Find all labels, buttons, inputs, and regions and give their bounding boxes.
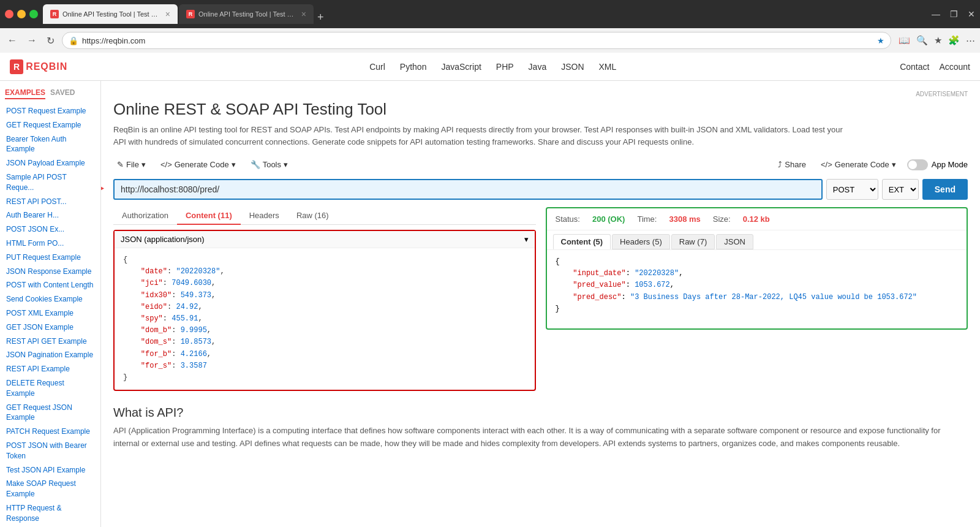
sidebar-item-2[interactable]: Bearer Token Auth Example (0, 132, 100, 157)
resp-tab-raw[interactable]: Raw (7) (671, 234, 715, 249)
sidebar-item-22[interactable]: Test JSON API Example (0, 463, 100, 477)
method-select[interactable]: POST GET PUT DELETE PATCH (826, 179, 878, 200)
tab-close-1[interactable]: × (165, 9, 170, 19)
new-tab-button[interactable]: + (317, 11, 324, 24)
ext-select[interactable]: EXT (882, 179, 919, 200)
svg-marker-0 (101, 175, 104, 202)
logo[interactable]: R REQBIN (10, 59, 67, 74)
status-bar: Status: 200 (OK) Time: 3308 ms Size: 0.1… (547, 208, 967, 230)
resp-tab-content[interactable]: Content (5) (553, 234, 611, 249)
sidebar-item-6[interactable]: Auth Bearer H... (0, 208, 100, 222)
response-tabs: Content (5) Headers (5) Raw (7) JSON (547, 230, 967, 250)
sidebar-item-10[interactable]: JSON Response Example (0, 265, 100, 279)
minimize-icon[interactable]: — (932, 9, 940, 19)
sidebar-item-20[interactable]: PATCH Request Example (0, 425, 100, 439)
search-icon[interactable]: 🔍 (916, 35, 928, 46)
close-icon[interactable]: ✕ (968, 9, 975, 19)
tools-icon: 🔧 (251, 160, 260, 169)
sidebar-item-1[interactable]: GET Request Example (0, 118, 100, 132)
sidebar-item-14[interactable]: GET JSON Example (0, 320, 100, 335)
resp-tab-headers[interactable]: Headers (5) (612, 234, 670, 249)
body-type-label: JSON (application/json) (121, 235, 205, 244)
contact-link[interactable]: Contact (900, 62, 929, 72)
file-button[interactable]: ✎ File ▾ (113, 157, 149, 172)
sidebar-item-5[interactable]: REST API POST... (0, 195, 100, 209)
forward-button[interactable]: → (24, 32, 39, 48)
nav-json[interactable]: JSON (561, 62, 584, 72)
toggle-control[interactable] (907, 159, 928, 170)
tab-headers[interactable]: Headers (241, 207, 288, 225)
sidebar-item-17[interactable]: REST API Example (0, 362, 100, 376)
reload-button[interactable]: ↻ (44, 32, 57, 49)
sidebar-item-9[interactable]: PUT Request Example (0, 251, 100, 265)
response-container: Status: 200 (OK) Time: 3308 ms Size: 0.1… (546, 207, 968, 330)
star-icon[interactable]: ★ (877, 36, 884, 45)
browser-tab-1[interactable]: R Online API Testing Tool | Test Yo... × (43, 4, 178, 24)
sidebar-item-16[interactable]: JSON Pagination Example (0, 348, 100, 362)
tab-label-1: Online API Testing Tool | Test Yo... (62, 10, 162, 18)
share-section: ⤴ Share </> Generate Code ▾ App Mode (774, 157, 968, 172)
tab-raw[interactable]: Raw (16) (288, 207, 337, 225)
sidebar-item-23[interactable]: Make SOAP Request Example (0, 477, 100, 501)
generate-code-2-button[interactable]: </> Generate Code ▾ (817, 157, 900, 172)
extensions-icon[interactable]: 🧩 (948, 35, 960, 46)
bookmark-icon[interactable]: ★ (934, 35, 942, 46)
url-row: POST GET PUT DELETE PATCH EXT Send (113, 179, 968, 200)
sidebar-item-24[interactable]: HTTP Request & Response (0, 501, 100, 526)
share-icon: ⤴ (778, 160, 782, 169)
browser-tab-2[interactable]: R Online API Testing Tool | Test Yo... × (179, 4, 314, 24)
sidebar-item-11[interactable]: POST with Content Length (0, 278, 100, 292)
sidebar: EXAMPLES SAVED POST Request Example GET … (0, 81, 101, 527)
file-label: File (126, 160, 139, 169)
share-label: Share (785, 160, 806, 169)
sidebar-item-19[interactable]: GET Request JSON Example (0, 401, 100, 425)
status-label: Status: (556, 214, 580, 224)
sidebar-item-21[interactable]: POST JSON with Bearer Token (0, 439, 100, 463)
share-button[interactable]: ⤴ Share (774, 157, 810, 172)
request-panel: Authorization Content (11) Headers Raw (… (113, 207, 536, 391)
nav-php[interactable]: PHP (496, 62, 514, 72)
request-body-content[interactable]: { "date": "20220328", "jci": 7049.6030, … (115, 248, 535, 390)
code-icon: </> (160, 160, 172, 169)
sidebar-item-8[interactable]: HTML Form PO... (0, 237, 100, 251)
sidebar-tab-examples[interactable]: EXAMPLES (5, 88, 45, 99)
send-button[interactable]: Send (922, 179, 968, 200)
sidebar-item-3[interactable]: JSON Payload Example (0, 156, 100, 170)
window-close-btn[interactable] (5, 10, 13, 18)
tab-close-2[interactable]: × (301, 9, 306, 19)
tab-content[interactable]: Content (11) (177, 207, 241, 225)
sidebar-item-18[interactable]: DELETE Request Example (0, 376, 100, 401)
account-link[interactable]: Account (939, 62, 970, 72)
sidebar-tab-saved[interactable]: SAVED (50, 88, 75, 99)
tab-authorization[interactable]: Authorization (113, 207, 177, 225)
sidebar-item-12[interactable]: Send Cookies Example (0, 292, 100, 306)
window-maximize-btn[interactable] (29, 10, 38, 18)
sidebar-item-13[interactable]: POST XML Example (0, 306, 100, 320)
nav-xml[interactable]: XML (599, 62, 617, 72)
window-minimize-btn[interactable] (17, 10, 26, 18)
nav-javascript[interactable]: JavaScript (441, 62, 481, 72)
generate-code-button[interactable]: </> Generate Code ▾ (157, 157, 239, 172)
page-description: ReqBin is an online API testing tool for… (113, 124, 848, 148)
restore-icon[interactable]: ❐ (950, 9, 958, 19)
back-button[interactable]: ← (5, 32, 20, 48)
tools-label: Tools (263, 160, 281, 169)
tools-button[interactable]: 🔧 Tools ▾ (247, 157, 292, 172)
nav-java[interactable]: Java (529, 62, 547, 72)
sidebar-item-0[interactable]: POST Request Example (0, 104, 100, 118)
request-tabs: Authorization Content (11) Headers Raw (… (113, 207, 536, 225)
sidebar-item-4[interactable]: Sample API POST Reque... (0, 170, 100, 195)
ad-label: ADVERTISEMENT (113, 91, 968, 97)
resp-tab-json[interactable]: JSON (716, 234, 753, 249)
nav-curl[interactable]: Curl (369, 62, 385, 72)
address-bar[interactable]: 🔒 https://reqbin.com ★ (62, 32, 891, 49)
app-mode-toggle[interactable]: App Mode (907, 159, 968, 170)
more-icon[interactable]: ⋯ (966, 35, 975, 46)
nav-python[interactable]: Python (400, 62, 427, 72)
sidebar-item-15[interactable]: REST API GET Example (0, 335, 100, 349)
sidebar-item-7[interactable]: POST JSON Ex... (0, 222, 100, 237)
reading-icon[interactable]: 📖 (899, 35, 910, 46)
time-label: Time: (637, 214, 657, 224)
url-input[interactable] (113, 179, 823, 200)
body-type-chevron[interactable]: ▾ (524, 235, 529, 244)
